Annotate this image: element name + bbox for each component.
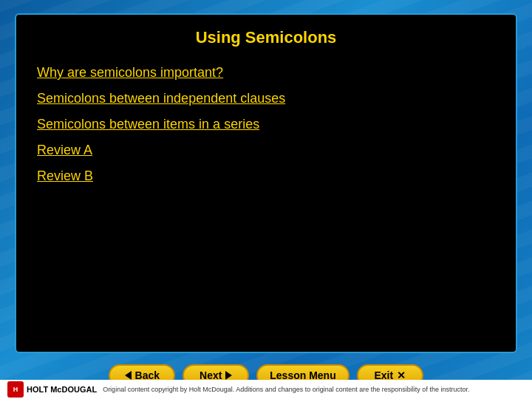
list-item: Why are semicolons important?	[37, 65, 495, 81]
holt-icon: H	[7, 381, 24, 398]
list-item: Review A	[37, 143, 495, 158]
link-between-series[interactable]: Semicolons between items in a series	[37, 117, 259, 132]
arrow-right-icon	[225, 371, 232, 380]
link-review-b[interactable]: Review B	[37, 168, 93, 183]
content-panel: Using Semicolons Why are semicolons impo…	[15, 13, 517, 353]
topic-list: Why are semicolons important? Semicolons…	[37, 65, 495, 184]
link-between-clauses[interactable]: Semicolons between independent clauses	[37, 91, 285, 106]
footer: H HOLT McDOUGAL Original content copyrig…	[0, 380, 532, 399]
logo-area: H HOLT McDOUGAL	[7, 381, 97, 398]
page-title: Using Semicolons	[37, 28, 495, 47]
link-review-a[interactable]: Review A	[37, 143, 92, 157]
list-item: Review B	[37, 168, 495, 184]
copyright-text: Original content copyright by Holt McDou…	[103, 386, 525, 393]
brand-name: HOLT McDOUGAL	[27, 385, 97, 394]
list-item: Semicolons between items in a series	[37, 117, 495, 132]
list-item: Semicolons between independent clauses	[37, 91, 495, 106]
arrow-left-icon	[125, 371, 132, 380]
link-why-important[interactable]: Why are semicolons important?	[37, 65, 223, 80]
